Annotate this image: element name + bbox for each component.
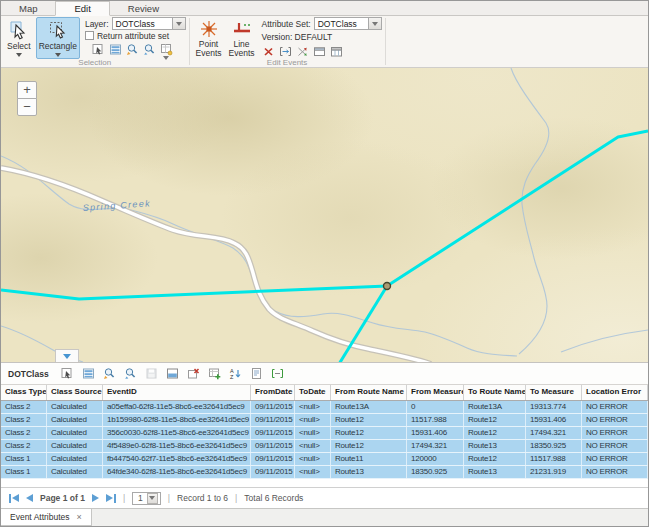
table-cell: Route12 — [331, 440, 407, 452]
table-cell: 09/11/2015 — [251, 414, 295, 426]
table-cell: NO ERROR — [582, 466, 648, 478]
point-events-icon — [199, 19, 219, 39]
line-events-label: Line Events — [228, 40, 256, 59]
table-row[interactable]: Class 2Calculateda05effa0-62f8-11e5-8bc6… — [1, 401, 648, 414]
table-row[interactable]: Class 1Calculatedfb447540-62f7-11e5-8bc6… — [1, 453, 648, 466]
last-page-button[interactable] — [106, 492, 116, 504]
zoom-to-selected-icon[interactable] — [103, 367, 116, 380]
point-events-button[interactable]: Point Events — [193, 17, 225, 59]
table-select-icon[interactable] — [92, 43, 105, 56]
page-number-select[interactable]: 1 — [132, 492, 161, 505]
panel-collapse-button[interactable] — [55, 349, 79, 362]
tab-review[interactable]: Review — [110, 1, 177, 15]
table-cell: 15931.406 — [407, 427, 464, 439]
table-cell: 18350.925 — [407, 466, 464, 478]
route-junction-marker[interactable] — [384, 283, 391, 290]
layer-combobox-arrow-icon[interactable] — [172, 18, 185, 29]
event-panel-icon[interactable] — [313, 45, 326, 58]
column-header[interactable]: ToDate — [295, 385, 331, 400]
table-cell: Route11 — [331, 453, 407, 465]
next-page-button[interactable] — [92, 492, 99, 504]
table-cell: NO ERROR — [582, 414, 648, 426]
highlight-selection-icon[interactable] — [166, 367, 179, 380]
map-canvas[interactable]: Spring Creek + − — [1, 68, 648, 363]
save-icon[interactable] — [145, 367, 158, 380]
rows-icon[interactable] — [82, 367, 95, 380]
line-events-button[interactable]: Line Events — [227, 17, 257, 59]
map-zoom-control: + − — [17, 81, 37, 116]
column-header[interactable]: FromDate — [251, 385, 295, 400]
edit-events-group: Point Events Line Events Attribute Set: … — [190, 16, 385, 67]
close-tab-icon[interactable]: × — [77, 512, 82, 522]
layer-combobox[interactable]: DOTClass — [112, 17, 186, 30]
select-tool-button[interactable]: Select — [4, 17, 34, 59]
first-page-button[interactable] — [9, 492, 19, 504]
measure-range-icon[interactable] — [279, 45, 292, 58]
table-cell: 09/11/2015 — [251, 453, 295, 465]
column-header[interactable]: Location Error — [582, 385, 648, 400]
table-row[interactable]: Class 2Calculated1b159980-62f8-11e5-8bc6… — [1, 414, 648, 427]
record-range-label: Record 1 to 6 — [177, 493, 228, 503]
table-cell: a05effa0-62f8-11e5-8bc6-ee32641d5ec9 — [103, 401, 251, 413]
table-cell: <null> — [295, 401, 331, 413]
table-cell: Calculated — [47, 414, 103, 426]
sort-icon[interactable]: AZ — [229, 367, 242, 380]
show-rows-icon[interactable] — [109, 43, 122, 56]
column-header[interactable]: To Measure — [526, 385, 582, 400]
table-cell: Route12 — [331, 427, 407, 439]
table-cell: 1b159980-62f8-11e5-8bc6-ee32641d5ec9 — [103, 414, 251, 426]
pagination-bar: Page 1 of 1 | 1 | Record 1 to 6 | Total … — [1, 487, 648, 508]
line-events-icon — [232, 19, 252, 39]
table-cell: 15931.406 — [526, 414, 582, 426]
column-header[interactable]: From Route Name — [331, 385, 407, 400]
svg-text:Z: Z — [230, 374, 234, 380]
table-row[interactable]: Class 2Calculated356c0030-62f8-11e5-8bc6… — [1, 427, 648, 440]
zoom-to-selection-icon[interactable] — [126, 43, 139, 56]
rectangle-tool-button[interactable]: Rectangle — [36, 17, 80, 59]
table-cell: Route12 — [464, 453, 526, 465]
table-cell: Calculated — [47, 440, 103, 452]
clear-selection-icon[interactable] — [187, 367, 200, 380]
measure-brackets-icon[interactable] — [271, 367, 284, 380]
table-cell: <null> — [295, 414, 331, 426]
table-row[interactable]: Class 1Calculated64fde340-62f8-11e5-8bc6… — [1, 466, 648, 479]
table-cell: 17494.321 — [407, 440, 464, 452]
table-row[interactable]: Class 2Calculated4f5489e0-62f8-11e5-8bc6… — [1, 440, 648, 453]
delete-event-icon[interactable] — [262, 45, 275, 58]
table-cell: NO ERROR — [582, 427, 648, 439]
table-pointer-icon[interactable] — [61, 367, 74, 380]
tab-event-attributes[interactable]: Event Attributes × — [1, 509, 92, 526]
table-cell: 120000 — [407, 453, 464, 465]
attribute-set-combobox-arrow-icon[interactable] — [368, 18, 381, 29]
page-select-arrow-icon[interactable] — [147, 493, 158, 504]
column-header[interactable]: Class Source — [47, 385, 103, 400]
add-record-icon[interactable] — [208, 367, 221, 380]
tab-edit[interactable]: Edit — [55, 1, 109, 16]
zoom-out-button[interactable]: − — [17, 98, 37, 116]
column-header[interactable]: From Measure — [407, 385, 464, 400]
table-cell: 09/11/2015 — [251, 401, 295, 413]
form-view-icon[interactable] — [250, 367, 263, 380]
select-dropdown-caret-icon[interactable] — [16, 53, 22, 57]
rectangle-dropdown-caret-icon[interactable] — [55, 53, 61, 57]
table-cell: Class 2 — [1, 414, 47, 426]
attribute-set-combobox[interactable]: DOTClass — [314, 17, 382, 30]
column-header[interactable]: EventID — [103, 385, 251, 400]
return-attribute-set-checkbox[interactable] — [85, 31, 94, 40]
route-line-northeast[interactable] — [387, 131, 648, 286]
pan-to-selected-icon[interactable] — [124, 367, 137, 380]
zoom-in-button[interactable]: + — [17, 81, 37, 99]
table-cell: <null> — [295, 440, 331, 452]
column-header[interactable]: To Route Name — [464, 385, 526, 400]
event-grid-icon[interactable] — [330, 45, 343, 58]
pan-to-selection-icon[interactable] — [143, 43, 156, 56]
attribute-panel-toolbar: DOTClass AZ — [1, 363, 648, 385]
layer-label: Layer: — [85, 19, 109, 29]
route-line-west[interactable] — [1, 286, 387, 299]
table-cell: 0 — [407, 401, 464, 413]
attribute-set-label: Attribute Set: — [262, 19, 311, 29]
column-header[interactable]: Class Type — [1, 385, 47, 400]
previous-page-button[interactable] — [26, 492, 33, 504]
tab-map[interactable]: Map — [1, 1, 55, 15]
split-event-icon[interactable] — [296, 45, 309, 58]
